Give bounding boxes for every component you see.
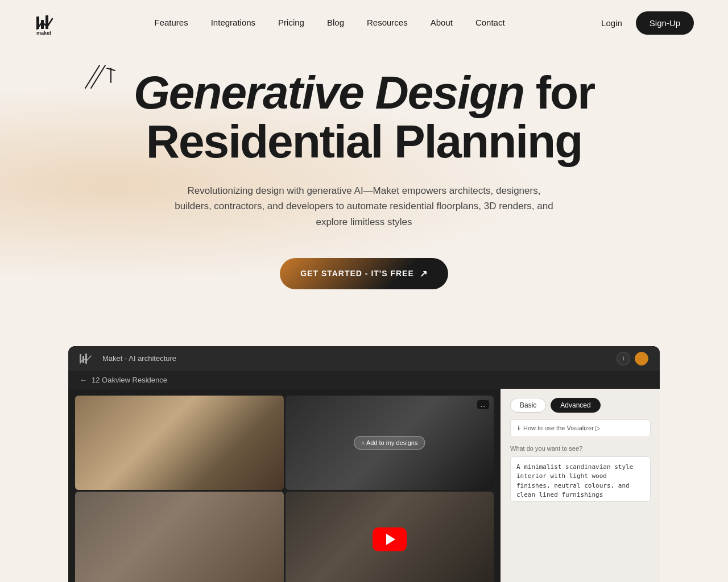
cta-label: GET STARTED - IT'S FREE	[300, 269, 414, 278]
app-logo-small	[80, 353, 96, 364]
cta-arrow-icon: ↗	[420, 268, 428, 279]
navbar: maket Features Integrations Pricing Blog…	[0, 0, 728, 45]
app-titlebar: Maket - AI architecture i	[68, 346, 660, 371]
hero-subtitle: Revolutionizing design with generative A…	[171, 183, 557, 230]
signup-button[interactable]: Sign-Up	[636, 11, 694, 35]
breadcrumb-path: 12 Oakview Residence	[92, 376, 167, 384]
svg-rect-1	[41, 20, 44, 29]
app-titlebar-right: i	[617, 352, 648, 365]
nav-links: Features Integrations Pricing Blog Resou…	[155, 18, 505, 28]
info-icon: ℹ	[518, 425, 520, 432]
panel-tabs: Basic Advanced	[510, 398, 651, 413]
nav-integrations[interactable]: Integrations	[211, 18, 255, 27]
cta-button[interactable]: GET STARTED - IT'S FREE ↗	[280, 258, 448, 289]
hero-title-italic: Generative Design	[134, 66, 524, 118]
nav-blog[interactable]: Blog	[327, 18, 344, 27]
prompt-label: What do you want to see?	[510, 445, 651, 452]
nav-features[interactable]: Features	[155, 18, 188, 27]
nav-contact[interactable]: Contact	[475, 18, 505, 27]
login-link[interactable]: Login	[601, 18, 622, 28]
hero-title: Generative Design forResidential Plannin…	[134, 68, 594, 166]
nav-actions: Login Sign-Up	[601, 11, 694, 35]
breadcrumb-back-icon[interactable]: ←	[80, 376, 87, 384]
svg-line-4	[85, 65, 100, 88]
image-menu-icon[interactable]: ...	[477, 400, 489, 409]
brand-logo[interactable]: maket	[34, 11, 58, 35]
add-to-designs-btn[interactable]: + Add to my designs	[354, 436, 425, 450]
image-cell-4[interactable]	[286, 492, 494, 582]
sidebar-panel: Basic Advanced ℹ How to use the Visualiz…	[500, 389, 660, 582]
titlebar-info-btn[interactable]: i	[617, 352, 630, 365]
image-cell-3	[75, 492, 284, 582]
image-cell-2: ... + Add to my designs	[286, 396, 494, 490]
app-content: ... + Add to my designs Basic Advanced ℹ	[68, 389, 660, 582]
nav-resources[interactable]: Resources	[367, 18, 408, 27]
app-breadcrumb: ← 12 Oakview Residence	[68, 371, 660, 389]
prompt-textarea[interactable]	[510, 456, 651, 502]
decorative-lines-icon	[80, 63, 119, 97]
how-to-text: How to use the Visualizer ▷	[523, 425, 600, 432]
play-triangle-icon	[386, 534, 395, 545]
svg-rect-10	[85, 354, 87, 364]
titlebar-action-btn[interactable]	[635, 352, 648, 365]
app-preview: Maket - AI architecture i ← 12 Oakview R…	[68, 346, 660, 582]
nav-pricing[interactable]: Pricing	[278, 18, 304, 27]
svg-line-5	[91, 65, 105, 88]
svg-text:maket: maket	[36, 30, 51, 35]
nav-about[interactable]: About	[431, 18, 453, 27]
image-cell-1	[75, 396, 284, 490]
image-grid: ... + Add to my designs	[68, 389, 500, 582]
app-titlebar-left: Maket - AI architecture	[80, 353, 176, 364]
how-to-link[interactable]: ℹ How to use the Visualizer ▷	[510, 419, 651, 437]
hero-section: Generative Design forResidential Plannin…	[0, 45, 728, 323]
app-title-text: Maket - AI architecture	[102, 354, 176, 363]
tab-basic[interactable]: Basic	[510, 398, 546, 413]
tab-advanced[interactable]: Advanced	[551, 398, 600, 413]
youtube-play-button[interactable]	[373, 527, 407, 551]
